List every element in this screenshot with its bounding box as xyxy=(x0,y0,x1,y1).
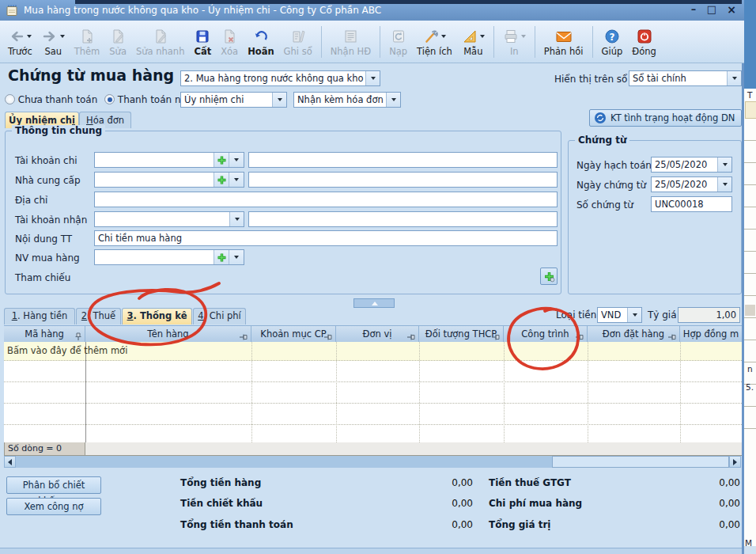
column-header-doi-tuong-thcp[interactable]: Đối tượng THCP xyxy=(419,326,504,343)
add-new-row-text[interactable]: Bấm vào đây để thêm mới xyxy=(7,345,127,356)
row-count-filler xyxy=(85,442,742,456)
tab-hang-tien[interactable]: 1. Hàng tiền xyxy=(4,308,75,324)
noi-dung-tt-field[interactable]: Chi tiền mua hàng xyxy=(94,230,558,246)
column-header-ten-hang[interactable]: Tên hàng xyxy=(85,326,251,343)
allocate-discount-button[interactable]: Phân bổ chiết khấu... xyxy=(6,476,101,494)
empty-grid-row[interactable] xyxy=(4,361,742,382)
empty-grid-row[interactable] xyxy=(4,425,742,442)
close-button[interactable]: × xyxy=(724,2,739,17)
dropdown-button[interactable] xyxy=(229,173,244,187)
dropdown-button[interactable] xyxy=(727,71,741,85)
invoice-mode-select[interactable]: Nhận kèm hóa đơn xyxy=(293,92,401,108)
nha-cung-cap-combo[interactable] xyxy=(94,172,244,188)
empty-grid-row[interactable] xyxy=(4,404,742,425)
tai-khoan-nhan-combo[interactable] xyxy=(94,211,244,227)
horizontal-scrollbar[interactable] xyxy=(4,456,741,468)
nv-mua-hang-combo[interactable] xyxy=(94,249,244,265)
back-icon xyxy=(9,28,32,45)
scrollbar-thumb[interactable] xyxy=(552,456,729,468)
column-header-ma-hang[interactable]: Mã hàng xyxy=(4,326,85,343)
pin-icon[interactable] xyxy=(74,330,82,343)
pin-icon[interactable] xyxy=(239,330,248,343)
chevron-down-icon xyxy=(234,256,239,259)
tai-khoan-nhan-name-field[interactable] xyxy=(248,211,558,227)
voucher-type-select[interactable]: 2. Mua hàng trong nước không qua kho xyxy=(180,70,380,86)
payment-method-select[interactable]: Ủy nhiệm chi xyxy=(180,92,287,108)
chevron-down-icon xyxy=(391,98,396,101)
so-chung-tu-field[interactable]: UNC00018 xyxy=(651,196,732,212)
grid-body[interactable]: Bấm vào đây để thêm mới xyxy=(4,342,742,442)
document-group: Chứng từ Ngày hạch toán 25/05/2020 Ngày … xyxy=(568,140,742,294)
nha-cung-cap-name-field[interactable] xyxy=(248,172,558,188)
dropdown-button[interactable] xyxy=(386,93,400,107)
toolbar-button-xoa: Xóa xyxy=(216,25,243,59)
chevron-down-icon[interactable] xyxy=(480,35,485,38)
minimize-button[interactable]: – xyxy=(686,2,701,17)
toolbar-button-cat[interactable]: Cất xyxy=(189,25,216,59)
dropdown-button[interactable] xyxy=(229,212,244,226)
chevron-down-icon[interactable] xyxy=(60,35,65,38)
dropdown-button[interactable] xyxy=(272,93,286,107)
toolbar-button-mau[interactable]: Mẫu xyxy=(457,25,490,59)
column-header-hop-dong[interactable]: Hợp đồng m xyxy=(680,326,742,343)
column-header-khoan-muc-cp[interactable]: Khoản mục CP xyxy=(251,326,336,343)
dropdown-button[interactable] xyxy=(229,153,244,167)
toolbar-button-phan-hoi[interactable]: Phản hồi xyxy=(539,25,588,59)
chevron-down-icon xyxy=(235,218,240,221)
dropdown-button[interactable] xyxy=(365,71,380,85)
add-new-icon[interactable] xyxy=(214,153,229,167)
toolbar-button-truoc[interactable]: Trước xyxy=(3,25,37,59)
toolbar-button-sau[interactable]: Sau xyxy=(37,25,70,59)
dropdown-button[interactable] xyxy=(229,250,244,264)
dropdown-button[interactable] xyxy=(627,308,641,322)
radio-unpaid[interactable]: Chưa thanh toán xyxy=(5,94,97,105)
summary-value: 0,00 xyxy=(647,477,740,488)
ngay-chung-tu-datepicker[interactable]: 25/05/2020 xyxy=(651,176,732,192)
tai-khoan-chi-combo[interactable] xyxy=(94,152,244,168)
empty-grid-row[interactable] xyxy=(4,382,742,404)
pin-icon[interactable] xyxy=(575,330,584,343)
toolbar-button-tien-ich[interactable]: Tiện ích xyxy=(412,25,457,59)
column-header-cong-trinh[interactable]: Công trình xyxy=(504,326,588,343)
exchange-rate-field[interactable]: 1,00 xyxy=(678,307,740,323)
chevron-down-icon xyxy=(234,158,239,161)
scroll-left-button[interactable] xyxy=(4,456,16,468)
document-quick-edit-icon xyxy=(153,28,168,45)
dropdown-button[interactable] xyxy=(717,157,731,172)
toolbar-button-hoan[interactable]: Hoãn xyxy=(243,25,278,59)
pin-icon[interactable] xyxy=(406,330,416,343)
print-icon xyxy=(503,28,526,45)
radio-selected-icon[interactable] xyxy=(104,94,115,104)
ngay-hach-toan-datepicker[interactable]: 25/05/2020 xyxy=(651,157,732,173)
pin-icon[interactable] xyxy=(491,330,501,343)
grid-column-line xyxy=(419,342,420,442)
tai-khoan-chi-name-field[interactable] xyxy=(248,152,558,168)
currency-select[interactable]: VND xyxy=(597,307,642,323)
dropdown-button[interactable] xyxy=(717,177,731,192)
dia-chi-field[interactable] xyxy=(94,192,558,207)
add-new-icon[interactable] xyxy=(214,173,229,187)
collapse-splitter-handle[interactable] xyxy=(353,298,395,308)
add-new-icon[interactable] xyxy=(214,250,229,264)
tab-thue[interactable]: 2. Thuế xyxy=(76,308,121,324)
kt-business-status-button[interactable]: KT tình trạng hoạt động DN xyxy=(589,109,742,127)
scroll-right-button[interactable] xyxy=(729,456,741,468)
radio-icon[interactable] xyxy=(5,94,15,104)
column-header-don-dat-hang[interactable]: Đơn đặt hàng xyxy=(588,326,680,343)
pin-icon[interactable] xyxy=(667,330,677,343)
chevron-down-icon[interactable] xyxy=(27,35,32,38)
chevron-down-icon[interactable] xyxy=(441,35,446,38)
pin-icon[interactable] xyxy=(323,330,333,343)
tab-chi-phi[interactable]: 4. Chi phí xyxy=(193,308,246,324)
column-header-don-vi[interactable]: Đơn vị xyxy=(336,326,419,343)
toolbar-button-dong[interactable]: Đóng xyxy=(627,25,661,59)
summary-value: 0,00 xyxy=(380,477,473,488)
toolbar-button-giup[interactable]: ? Giúp xyxy=(597,25,628,59)
display-on-select[interactable]: Sổ tài chính xyxy=(629,70,742,86)
tham-chieu-add-button[interactable] xyxy=(540,268,558,285)
maximize-button[interactable]: □ xyxy=(704,2,720,17)
toolbar-label: Tiện ích xyxy=(417,46,452,57)
toolbar-button-nap: Nạp xyxy=(384,25,412,59)
view-debt-button[interactable]: Xem công nợ xyxy=(6,498,101,515)
tab-thong-ke[interactable]: 3. Thống kê xyxy=(122,308,192,324)
